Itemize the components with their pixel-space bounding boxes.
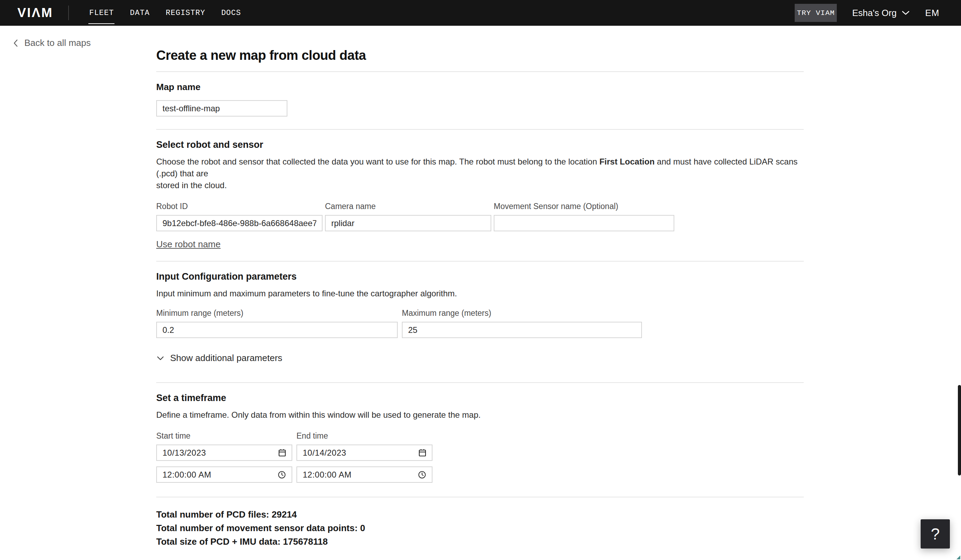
create-map-page: VIΛM FLEET DATA REGISTRY DOCS TRY VIAM E…	[0, 0, 961, 560]
start-date-input[interactable]: 10/13/2023	[156, 444, 292, 461]
scrollbar-thumb[interactable]	[958, 385, 961, 475]
chevron-down-icon	[156, 355, 165, 361]
map-name-label: Map name	[156, 82, 804, 93]
min-range-input[interactable]	[156, 322, 398, 338]
robot-section-heading: Select robot and sensor	[156, 140, 804, 150]
min-range-group: Minimum range (meters)	[156, 308, 398, 338]
summary-total-size: Total size of PCD + IMU data: 175678118	[156, 535, 804, 549]
end-date-input[interactable]: 10/14/2023	[296, 444, 432, 461]
clock-icon	[418, 471, 426, 479]
viam-logo[interactable]: VIΛM	[18, 6, 53, 20]
chevron-down-icon	[902, 10, 910, 15]
end-time-column: End time 10/14/2023 12:00:00 AM	[296, 431, 432, 483]
try-viam-button[interactable]: TRY VIAM	[795, 4, 837, 22]
summary-pcd-files: Total number of PCD files: 29214	[156, 508, 804, 521]
camera-name-group: Camera name	[325, 202, 491, 231]
clock-icon	[278, 471, 286, 479]
movement-sensor-group: Movement Sensor name (Optional)	[494, 202, 674, 231]
summary-movement-points: Total number of movement sensor data poi…	[156, 521, 804, 535]
timeframe-description: Define a timeframe. Only data from withi…	[156, 409, 804, 421]
location-name: First Location	[599, 157, 655, 166]
config-section-heading: Input Configuration parameters	[156, 271, 804, 282]
section-divider	[156, 71, 804, 72]
main-content: Create a new map from cloud data Map nam…	[156, 48, 804, 560]
section-divider	[156, 261, 804, 262]
movement-sensor-label: Movement Sensor name (Optional)	[494, 202, 674, 211]
nav-menu: FLEET DATA REGISTRY DOCS	[88, 6, 241, 20]
calendar-icon	[278, 449, 286, 457]
timeframe-heading: Set a timeframe	[156, 393, 804, 403]
start-time-column: Start time 10/13/2023 12:00:00 AM	[156, 431, 292, 483]
max-range-input[interactable]	[402, 322, 642, 338]
back-to-maps-link[interactable]: Back to all maps	[13, 38, 91, 48]
nav-right: TRY VIAM Esha's Org EM	[795, 4, 939, 22]
data-summary: Total number of PCD files: 29214 Total n…	[156, 508, 804, 549]
range-fields-row: Minimum range (meters) Maximum range (me…	[156, 308, 804, 338]
camera-name-label: Camera name	[325, 202, 491, 211]
robot-fields-row: Robot ID Camera name Movement Sensor nam…	[156, 202, 804, 231]
chevron-left-icon	[13, 39, 18, 47]
nav-divider	[68, 6, 69, 20]
timeframe-fields-row: Start time 10/13/2023 12:00:00 AM End ti…	[156, 431, 804, 483]
end-time-label: End time	[296, 431, 432, 441]
nav-item-registry[interactable]: REGISTRY	[165, 6, 206, 20]
robot-id-input[interactable]	[156, 215, 323, 231]
use-robot-name-link[interactable]: Use robot name	[156, 239, 220, 250]
org-name: Esha's Org	[852, 8, 897, 18]
config-section-description: Input minimum and maximum parameters to …	[156, 288, 804, 300]
show-additional-label: Show additional parameters	[170, 353, 282, 363]
robot-id-label: Robot ID	[156, 202, 323, 211]
start-time-label: Start time	[156, 431, 292, 441]
section-divider	[156, 382, 804, 383]
show-additional-parameters-toggle[interactable]: Show additional parameters	[156, 353, 804, 363]
user-avatar[interactable]: EM	[925, 8, 939, 18]
start-time-input[interactable]: 12:00:00 AM	[156, 467, 292, 483]
resize-grip-icon	[956, 555, 960, 559]
map-name-input[interactable]	[156, 100, 288, 117]
nav-item-fleet[interactable]: FLEET	[88, 6, 114, 20]
section-divider	[156, 129, 804, 130]
help-button[interactable]: ?	[921, 519, 950, 549]
nav-item-docs[interactable]: DOCS	[220, 6, 242, 20]
robot-id-group: Robot ID	[156, 202, 323, 231]
movement-sensor-input[interactable]	[494, 215, 674, 231]
calendar-icon	[419, 449, 426, 457]
end-time-input[interactable]: 12:00:00 AM	[296, 467, 432, 483]
camera-name-input[interactable]	[325, 215, 491, 231]
nav-item-data[interactable]: DATA	[129, 6, 150, 20]
org-switcher[interactable]: Esha's Org	[852, 8, 910, 18]
max-range-label: Maximum range (meters)	[402, 308, 642, 318]
back-link-label: Back to all maps	[24, 38, 91, 48]
robot-section-description: Choose the robot and sensor that collect…	[156, 156, 804, 191]
min-range-label: Minimum range (meters)	[156, 308, 398, 318]
max-range-group: Maximum range (meters)	[402, 308, 642, 338]
top-nav: VIΛM FLEET DATA REGISTRY DOCS TRY VIAM E…	[0, 0, 961, 26]
page-title: Create a new map from cloud data	[156, 48, 804, 63]
section-divider	[156, 497, 804, 497]
